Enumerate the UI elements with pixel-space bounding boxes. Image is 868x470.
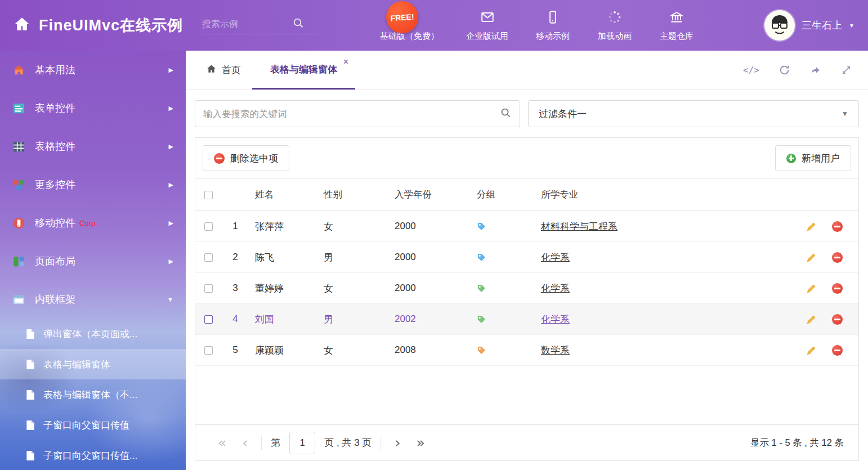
table-row: 2 陈飞 男 2000 化学系: [195, 242, 858, 273]
chevron-right-icon: ▶: [169, 143, 173, 150]
cell-year: 2008: [389, 344, 471, 356]
major-link[interactable]: 材料科学与工程系: [541, 221, 618, 232]
nav-item-theme-store[interactable]: 主题仓库: [659, 10, 694, 42]
close-icon[interactable]: ×: [343, 57, 348, 66]
cell-gender: 女: [318, 344, 389, 357]
share-icon[interactable]: [809, 64, 821, 76]
tabbar-tools: </>: [743, 51, 859, 89]
sidebar-subitem-grid-edit-window-2[interactable]: 表格与编辑窗体（不...: [0, 379, 186, 410]
nav-item-mobile-demo[interactable]: 移动示例: [535, 10, 570, 42]
refresh-icon[interactable]: [778, 64, 790, 76]
tab-bar: 首页 表格与编辑窗体 × </>: [186, 51, 868, 90]
row-checkbox[interactable]: [204, 346, 213, 355]
sidebar-item-inline-frame[interactable]: 内联框架 ▼: [0, 280, 186, 319]
cell-gender: 男: [318, 313, 389, 326]
major-link[interactable]: 化学系: [541, 252, 570, 263]
edit-icon[interactable]: [806, 252, 817, 263]
filter-dropdown[interactable]: 过滤条件一 ▼: [528, 100, 859, 127]
sidebar-subitem-child-to-parent-2[interactable]: 子窗口向父窗口传值...: [0, 440, 186, 470]
file-icon: [26, 329, 35, 339]
chevron-right-icon: ▶: [169, 66, 173, 74]
sidebar-subitem-grid-edit-window[interactable]: 表格与编辑窗体: [0, 349, 186, 379]
nav-label: 基础版（免费）: [380, 31, 439, 42]
delete-button-label: 删除选中项: [230, 152, 278, 165]
edit-icon[interactable]: [806, 314, 817, 325]
col-year: 入学年份: [389, 189, 471, 201]
row-number: 4: [221, 314, 249, 325]
sidebar-subitem-popup-window[interactable]: 弹出窗体（本页面或...: [0, 319, 186, 349]
page-number-input[interactable]: [289, 432, 315, 454]
tab-label: 表格与编辑窗体: [270, 63, 337, 76]
delete-selected-button[interactable]: 删除选中项: [203, 145, 289, 171]
nav-label: 移动示例: [536, 31, 570, 42]
select-all-checkbox[interactable]: [204, 191, 213, 199]
next-page-button[interactable]: ›: [387, 436, 408, 450]
major-link[interactable]: 化学系: [541, 314, 570, 325]
row-checkbox[interactable]: [204, 315, 213, 324]
sidebar-item-more-controls[interactable]: 更多控件 ▶: [0, 165, 186, 204]
col-major: 所学专业: [535, 189, 780, 201]
prev-page-button[interactable]: ‹: [234, 436, 256, 450]
file-icon: [26, 390, 35, 400]
delete-icon[interactable]: [832, 345, 843, 356]
delete-icon[interactable]: [832, 221, 843, 232]
code-icon[interactable]: </>: [743, 65, 759, 75]
edit-icon[interactable]: [806, 221, 817, 232]
edit-icon[interactable]: [806, 283, 817, 294]
sidebar-item-form-controls[interactable]: 表单控件 ▶: [0, 89, 186, 127]
header-search-input[interactable]: [202, 19, 292, 29]
add-user-button[interactable]: 新增用户: [775, 145, 851, 171]
sidebar-subitem-child-to-parent[interactable]: 子窗口向父窗口传值: [0, 410, 186, 440]
frame-icon: [12, 293, 25, 306]
search-icon[interactable]: [292, 17, 305, 32]
chevron-right-icon: ▶: [169, 220, 173, 227]
search-icon[interactable]: [500, 107, 512, 121]
row-checkbox[interactable]: [204, 284, 213, 293]
tab-label: 首页: [222, 64, 241, 77]
table-header: 姓名 性别 入学年份 分组 所学专业: [195, 178, 858, 211]
keyword-search-input[interactable]: [203, 109, 500, 119]
app-root: FineUIMvc在线示例 FREE! 基础版（免费）: [0, 0, 868, 470]
cell-gender: 女: [318, 220, 389, 233]
sidebar-item-grid-controls[interactable]: 表格控件 ▶: [0, 127, 186, 165]
grid-toolbar: 删除选中项 新增用户: [195, 138, 858, 178]
table-row: 1 张萍萍 女 2000 材料科学与工程系: [195, 211, 858, 242]
expand-icon[interactable]: [840, 64, 852, 76]
file-icon: [26, 420, 35, 431]
first-page-button[interactable]: «: [210, 436, 234, 450]
sidebar-item-mobile-controls[interactable]: 移动控件 Corp. ▶: [0, 204, 186, 242]
filter-dropdown-value: 过滤条件一: [539, 108, 587, 120]
spinner-icon: [607, 10, 622, 27]
sidebar-item-page-layout[interactable]: 页面布局 ▶: [0, 242, 186, 280]
page-prefix: 第: [271, 436, 280, 449]
filter-row: 过滤条件一 ▼: [186, 90, 868, 134]
sidebar-subitem-label: 子窗口向父窗口传值: [43, 419, 129, 432]
last-page-button[interactable]: »: [408, 436, 432, 450]
home-icon: [14, 16, 30, 35]
row-checkbox[interactable]: [204, 222, 213, 231]
cell-year: 2000: [389, 221, 471, 232]
sidebar-item-basic-usage[interactable]: 基本用法 ▶: [0, 51, 186, 89]
blocks-icon: [12, 178, 25, 191]
cell-name: 刘国: [249, 313, 318, 326]
nav-item-loading-animation[interactable]: 加载动画: [597, 10, 632, 42]
delete-icon[interactable]: [832, 283, 843, 294]
caret-down-icon: ▼: [842, 110, 848, 118]
cell-gender: 女: [318, 282, 389, 295]
user-menu[interactable]: 三生石上 ▼: [764, 10, 854, 41]
tab-grid-edit-window[interactable]: 表格与编辑窗体 ×: [252, 51, 355, 89]
chevron-right-icon: ▶: [169, 258, 173, 265]
delete-icon[interactable]: [832, 252, 843, 263]
sidebar-item-label: 表格控件: [35, 140, 75, 153]
delete-icon[interactable]: [832, 314, 843, 325]
user-name: 三生石上: [802, 19, 842, 32]
col-gender: 性别: [318, 189, 389, 201]
tab-home[interactable]: 首页: [195, 51, 252, 89]
sidebar-subitem-label: 表格与编辑窗体（不...: [43, 388, 137, 401]
row-checkbox[interactable]: [204, 253, 213, 262]
edit-icon[interactable]: [806, 345, 817, 356]
nav-item-enterprise-trial[interactable]: 企业版试用: [466, 10, 508, 42]
major-link[interactable]: 化学系: [541, 283, 570, 294]
major-link[interactable]: 数学系: [541, 345, 570, 356]
page-suffix: 页 , 共 3 页: [324, 436, 372, 449]
